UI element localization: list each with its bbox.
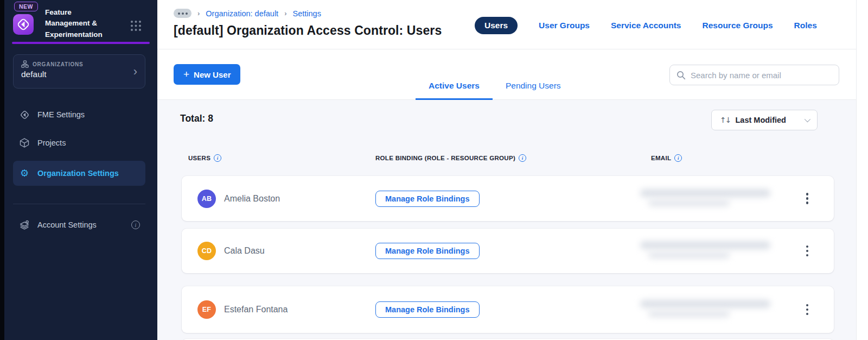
- breadcrumb: › Organization: default › Settings: [174, 9, 321, 18]
- page-title: [default] Organization Access Control: U…: [174, 23, 442, 38]
- chevron-right-icon: ›: [197, 9, 200, 17]
- tab-resource-groups[interactable]: Resource Groups: [703, 21, 773, 30]
- page-header: › Organization: default › Settings [defa…: [157, 0, 856, 49]
- manage-role-bindings-button[interactable]: Manage Role Bindings: [375, 243, 480, 259]
- sidebar-item-label: FME Settings: [37, 110, 85, 119]
- tab-service-accounts[interactable]: Service Accounts: [611, 21, 681, 30]
- plus-icon: +: [183, 69, 189, 79]
- sidebar: NEW Feature Management & Experimentation: [4, 0, 157, 340]
- layers-gear-icon: [18, 219, 30, 231]
- sort-dropdown[interactable]: ↑↓ Last Modified: [711, 110, 818, 130]
- info-icon[interactable]: i: [674, 154, 682, 162]
- info-icon[interactable]: i: [519, 154, 526, 162]
- info-icon[interactable]: i: [214, 154, 221, 162]
- fme-logo-icon[interactable]: [13, 14, 34, 35]
- search-icon: [676, 71, 686, 80]
- breadcrumb-link-settings[interactable]: Settings: [293, 9, 321, 18]
- user-name: Cala Dasu: [224, 246, 265, 256]
- chevron-right-icon: ›: [133, 66, 137, 78]
- total-count: Total: 8: [180, 113, 213, 124]
- row-menu-kebab-icon[interactable]: [799, 190, 815, 208]
- sort-arrows-icon: ↑↓: [720, 116, 730, 124]
- sidebar-item-label: Organization Settings: [37, 169, 119, 178]
- fme-settings-icon: [18, 109, 30, 121]
- search-input[interactable]: [691, 71, 832, 80]
- table-row: AB Amelia Boston Manage Role Bindings: [182, 176, 834, 221]
- tab-pending-users[interactable]: Pending Users: [493, 81, 574, 100]
- organization-selector[interactable]: ORGANIZATIONS default ›: [13, 54, 145, 89]
- avatar: CD: [197, 242, 216, 260]
- tab-users[interactable]: Users: [475, 17, 518, 34]
- avatar: AB: [197, 190, 216, 208]
- breadcrumb-link-organization[interactable]: Organization: default: [206, 9, 278, 18]
- org-selector-label: ORGANIZATIONS: [33, 61, 84, 67]
- scroll-gutter: [856, 0, 868, 340]
- users-list-section: Total: 8 ↑↓ Last Modified USERS i ROLE B…: [157, 100, 856, 340]
- row-menu-kebab-icon[interactable]: [799, 300, 815, 319]
- email-redacted: [640, 298, 776, 319]
- user-name: Amelia Boston: [224, 194, 280, 204]
- user-state-tabs: Active Users Pending Users: [416, 81, 574, 100]
- access-control-tabs: Users User Groups Service Accounts Resou…: [475, 17, 817, 34]
- new-user-button[interactable]: + New User: [174, 64, 240, 85]
- manage-role-bindings-button[interactable]: Manage Role Bindings: [375, 191, 480, 207]
- sidebar-divider: [13, 204, 145, 204]
- main-content: › Organization: default › Settings [defa…: [157, 0, 868, 340]
- table-row: EF Estefan Fontana Manage Role Bindings: [182, 286, 834, 333]
- cube-icon: [18, 137, 30, 148]
- breadcrumb-ellipsis-button[interactable]: [174, 9, 192, 18]
- tab-active-users[interactable]: Active Users: [416, 81, 493, 100]
- email-redacted: [640, 187, 776, 209]
- sidebar-item-fme-settings[interactable]: FME Settings: [13, 106, 145, 123]
- sidebar-item-label: Account Settings: [37, 221, 97, 229]
- gear-icon: ⚙: [18, 168, 30, 178]
- screen-edge: [0, 0, 4, 340]
- app-switcher-grid-icon[interactable]: [130, 20, 142, 32]
- app-window: NEW Feature Management & Experimentation: [0, 0, 868, 340]
- tab-user-groups[interactable]: User Groups: [539, 21, 590, 30]
- user-name: Estefan Fontana: [224, 305, 288, 314]
- avatar: EF: [197, 300, 216, 319]
- sidebar-item-projects[interactable]: Projects: [13, 135, 145, 151]
- org-hierarchy-icon: [21, 60, 29, 68]
- chevron-right-icon: ›: [284, 9, 286, 17]
- column-header-users: USERS i: [188, 154, 221, 162]
- column-header-role-binding: ROLE BINDING (ROLE - RESOURCE GROUP) i: [375, 154, 526, 162]
- chevron-down-icon: [805, 116, 810, 122]
- tab-roles[interactable]: Roles: [794, 21, 817, 30]
- table-row: CD Cala Dasu Manage Role Bindings: [182, 229, 834, 273]
- accent-divider: [12, 42, 150, 44]
- manage-role-bindings-button[interactable]: Manage Role Bindings: [375, 301, 480, 318]
- product-title: Feature Management & Experimentation: [45, 7, 111, 40]
- search-box: [669, 65, 839, 85]
- info-icon[interactable]: i: [131, 221, 140, 229]
- sidebar-item-organization-settings[interactable]: ⚙ Organization Settings: [13, 161, 145, 186]
- sidebar-item-account-settings[interactable]: Account Settings i: [13, 217, 145, 233]
- new-badge: NEW: [14, 2, 38, 11]
- org-selector-value: default: [21, 70, 137, 79]
- column-header-email: EMAIL i: [651, 154, 682, 162]
- toolbar: + New User Active Users Pending Users: [157, 49, 856, 100]
- row-menu-kebab-icon[interactable]: [799, 242, 815, 260]
- sidebar-item-label: Projects: [37, 138, 66, 147]
- email-redacted: [640, 239, 776, 261]
- sort-value: Last Modified: [735, 116, 786, 124]
